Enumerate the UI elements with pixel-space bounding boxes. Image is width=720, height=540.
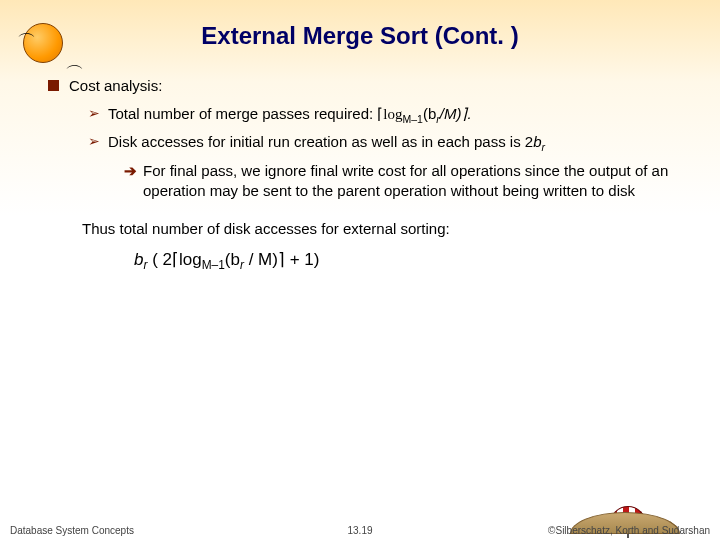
bullet-text: Cost analysis: [69, 76, 162, 96]
text: (b [423, 105, 436, 122]
bird-icon: ︵ [66, 56, 84, 74]
formula: br ( 2⌈logM–1(br / M)⌉ + 1) [134, 249, 680, 273]
text: Total number of merge passes required: [108, 105, 377, 122]
bullet-final-pass: ➔ For final pass, we ignore final write … [124, 161, 680, 202]
triangle-bullet-icon: ➢ [88, 132, 100, 154]
text: b [533, 133, 541, 150]
bullet-text: Total number of merge passes required: ⌈… [108, 104, 472, 126]
footer-left: Database System Concepts [10, 525, 134, 536]
conclusion-text: Thus total number of disk accesses for e… [82, 219, 680, 239]
text: /M)⌉. [440, 105, 472, 122]
slide-title: External Merge Sort (Cont. ) [0, 0, 720, 50]
bullet-cost-analysis: Cost analysis: [48, 76, 680, 96]
bullet-disk-accesses: ➢ Disk accesses for initial run creation… [88, 132, 680, 154]
arrow-bullet-icon: ➔ [124, 161, 137, 202]
subscript: M–1 [202, 259, 225, 273]
bullet-text: For final pass, we ignore final write co… [143, 161, 680, 202]
text: / M)⌉ + 1) [244, 250, 319, 269]
text: ⌈log [377, 106, 402, 122]
square-bullet-icon [48, 80, 59, 91]
footer-page-number: 13.19 [347, 525, 372, 536]
bird-icon: ︵ [18, 24, 36, 42]
footer-copyright: ©Silberschatz, Korth and Sudarshan [548, 525, 710, 536]
subscript: r [542, 141, 546, 153]
subscript: M–1 [402, 113, 422, 125]
bullet-text: Disk accesses for initial run creation a… [108, 132, 545, 154]
triangle-bullet-icon: ➢ [88, 104, 100, 126]
bullet-merge-passes: ➢ Total number of merge passes required:… [88, 104, 680, 126]
slide-body: Cost analysis: ➢ Total number of merge p… [0, 50, 720, 274]
text: (b [225, 250, 240, 269]
text: Disk accesses for initial run creation a… [108, 133, 533, 150]
text: ( 2⌈log [147, 250, 201, 269]
sun-decoration: ︵ ︵ [18, 18, 68, 68]
slide-footer: Database System Concepts 13.19 ©Silbersc… [0, 525, 720, 536]
